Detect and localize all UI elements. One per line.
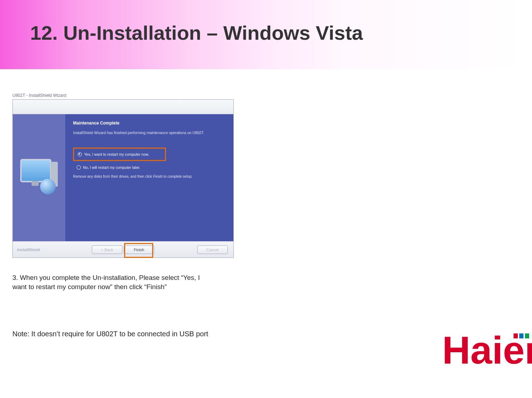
haier-logo: Haier — [442, 331, 532, 370]
radio-yes-label: Yes, I want to restart my computer now. — [84, 152, 149, 156]
wizard-header-bar — [13, 100, 233, 114]
wizard-hint: Remove any disks from their drives, and … — [73, 175, 226, 178]
wizard-body: Maintenance Complete InstallShield Wizar… — [13, 114, 233, 241]
wizard-screenshot: U802T - InstallShield Wizard Maintenance… — [12, 93, 233, 101]
instruction-text: 3. When you complete the Un-installation… — [12, 273, 200, 291]
slide-title: 12. Un-Installation – Windows Vista — [30, 21, 363, 44]
wizard-heading: Maintenance Complete — [73, 121, 226, 126]
radio-no-dot-icon — [77, 165, 81, 170]
title-bar: 12. Un-Installation – Windows Vista — [0, 0, 532, 69]
note-text: Note: It doesn’t require for U802T to be… — [12, 330, 208, 338]
wizard-subtext: InstallShield Wizard has finished perfor… — [73, 131, 226, 135]
radio-no-row[interactable]: No, I will restart my computer later. — [73, 164, 226, 171]
wizard-sidebar-image — [13, 114, 65, 241]
back-button[interactable]: < Back — [92, 245, 122, 254]
cancel-button[interactable]: Cancel — [197, 245, 228, 254]
radio-yes-highlight-box: Yes, I want to restart my computer now. — [73, 148, 166, 161]
radio-yes-row[interactable]: Yes, I want to restart my computer now. — [77, 151, 162, 158]
radio-yes-dot-icon — [78, 152, 82, 156]
finish-button[interactable]: Finish — [124, 245, 154, 254]
wizard-content: Maintenance Complete InstallShield Wizar… — [65, 114, 233, 241]
installshield-brand: InstallShield — [17, 248, 40, 252]
computer-globe-icon — [17, 156, 61, 199]
wizard-footer: InstallShield < Back Finish Cancel — [13, 241, 233, 258]
radio-no-label: No, I will restart my computer later. — [83, 165, 140, 170]
wizard-window: Maintenance Complete InstallShield Wizar… — [12, 99, 234, 258]
wizard-window-title: U802T - InstallShield Wizard — [12, 93, 233, 98]
